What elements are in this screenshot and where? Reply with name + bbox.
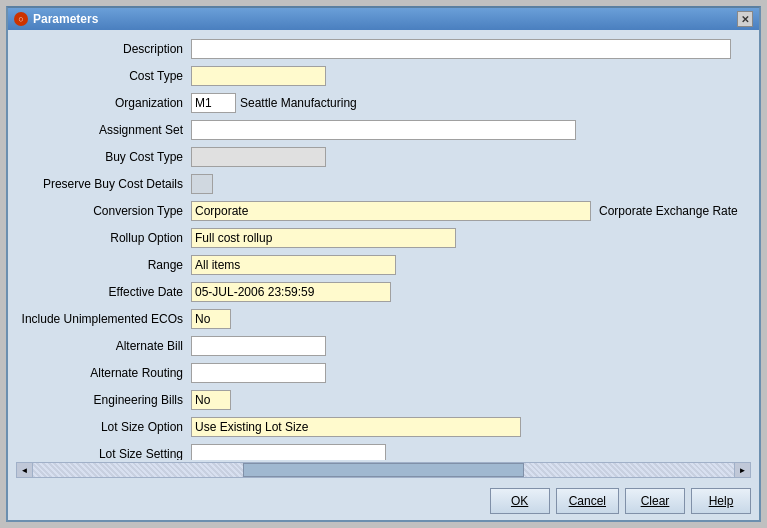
lot-size-setting-input[interactable] [191, 444, 386, 460]
rollup-option-input[interactable] [191, 228, 456, 248]
alternate-routing-row: Alternate Routing [16, 362, 747, 384]
assignment-set-label: Assignment Set [16, 123, 191, 137]
preserve-buy-row: Preserve Buy Cost Details [16, 173, 747, 195]
alternate-routing-input[interactable] [191, 363, 326, 383]
parameters-window: ○ Parameters ✕ Description Cost Type Org… [6, 6, 761, 522]
scroll-left-button[interactable]: ◄ [17, 462, 33, 478]
alternate-bill-input[interactable] [191, 336, 326, 356]
conversion-type-input[interactable] [191, 201, 591, 221]
assignment-set-input[interactable] [191, 120, 576, 140]
lot-size-option-input[interactable] [191, 417, 521, 437]
range-label: Range [16, 258, 191, 272]
range-input[interactable] [191, 255, 396, 275]
unimplemented-label: Include Unimplemented ECOs [16, 312, 191, 326]
lot-size-option-row: Lot Size Option [16, 416, 747, 438]
assignment-set-row: Assignment Set [16, 119, 747, 141]
scrollable-form[interactable]: Description Cost Type Organization Seatt… [16, 38, 751, 460]
organization-container: Seattle Manufacturing [191, 93, 357, 113]
description-input[interactable] [191, 39, 731, 59]
effective-date-input[interactable] [191, 282, 391, 302]
alternate-routing-label: Alternate Routing [16, 366, 191, 380]
window-icon: ○ [14, 12, 28, 26]
scroll-thumb[interactable] [243, 463, 523, 477]
effective-date-row: Effective Date [16, 281, 747, 303]
conversion-type-label: Conversion Type [16, 204, 191, 218]
range-row: Range [16, 254, 747, 276]
rollup-option-row: Rollup Option [16, 227, 747, 249]
scroll-right-button[interactable]: ► [734, 462, 750, 478]
description-row: Description [16, 38, 747, 60]
buy-cost-type-label: Buy Cost Type [16, 150, 191, 164]
engineering-bills-row: Engineering Bills [16, 389, 747, 411]
buy-cost-type-row: Buy Cost Type [16, 146, 747, 168]
engineering-bills-input[interactable] [191, 390, 231, 410]
scroll-track[interactable] [33, 463, 734, 477]
preserve-buy-label: Preserve Buy Cost Details [16, 177, 191, 191]
buy-cost-type-input[interactable] [191, 147, 326, 167]
footer: OK Cancel Clear Help [8, 482, 759, 520]
horizontal-scrollbar[interactable]: ◄ ► [16, 462, 751, 478]
conversion-type-row: Conversion Type Corporate Exchange Rate [16, 200, 747, 222]
cancel-button[interactable]: Cancel [556, 488, 619, 514]
clear-button[interactable]: Clear [625, 488, 685, 514]
title-bar: ○ Parameters ✕ [8, 8, 759, 30]
organization-label: Organization [16, 96, 191, 110]
cost-type-row: Cost Type [16, 65, 747, 87]
cost-type-label: Cost Type [16, 69, 191, 83]
preserve-buy-checkbox[interactable] [191, 174, 213, 194]
organization-row: Organization Seattle Manufacturing [16, 92, 747, 114]
org-name-text: Seattle Manufacturing [240, 96, 357, 110]
conversion-type-container: Corporate Exchange Rate [191, 201, 738, 221]
rollup-option-label: Rollup Option [16, 231, 191, 245]
lot-size-option-label: Lot Size Option [16, 420, 191, 434]
description-label: Description [16, 42, 191, 56]
close-button[interactable]: ✕ [737, 11, 753, 27]
alternate-bill-label: Alternate Bill [16, 339, 191, 353]
org-code-input[interactable] [191, 93, 236, 113]
effective-date-label: Effective Date [16, 285, 191, 299]
title-bar-left: ○ Parameters [14, 12, 98, 26]
alternate-bill-row: Alternate Bill [16, 335, 747, 357]
help-button[interactable]: Help [691, 488, 751, 514]
unimplemented-row: Include Unimplemented ECOs [16, 308, 747, 330]
content-area: Description Cost Type Organization Seatt… [8, 30, 759, 482]
lot-size-setting-row: Lot Size Setting [16, 443, 747, 460]
cost-type-input[interactable] [191, 66, 326, 86]
lot-size-setting-label: Lot Size Setting [16, 447, 191, 460]
engineering-bills-label: Engineering Bills [16, 393, 191, 407]
ok-button[interactable]: OK [490, 488, 550, 514]
unimplemented-input[interactable] [191, 309, 231, 329]
conversion-note: Corporate Exchange Rate [599, 204, 738, 218]
window-title: Parameters [33, 12, 98, 26]
